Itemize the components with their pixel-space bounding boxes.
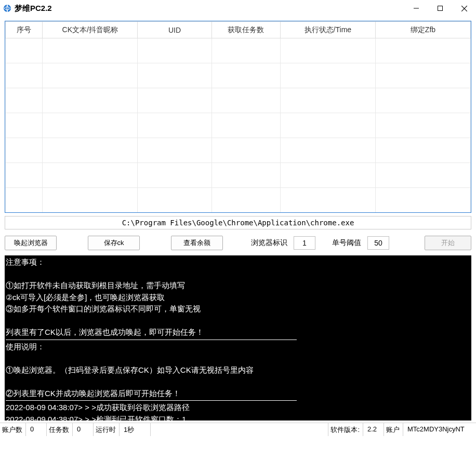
- column-header[interactable]: 绑定Zfb: [375, 22, 470, 38]
- column-header[interactable]: 获取任务数: [211, 22, 280, 38]
- window-title: 梦维PC2.2: [15, 4, 52, 13]
- table-cell: [6, 163, 43, 188]
- table-cell: [138, 88, 211, 113]
- status-accounts-label: 账户数: [0, 423, 26, 436]
- column-header[interactable]: CK文本/抖音昵称: [43, 22, 138, 38]
- log-console: 注意事项： ①如打开软件未自动获取到根目录地址，需手动填写②ck可导入[必须是全…: [5, 255, 471, 421]
- launch-browser-button[interactable]: 唤起浏览器: [5, 236, 57, 250]
- table-row[interactable]: [6, 63, 471, 88]
- table-cell: [211, 88, 280, 113]
- table-cell: [43, 88, 138, 113]
- table-cell: [138, 113, 211, 138]
- table-cell: [138, 138, 211, 163]
- table-cell: [280, 163, 375, 188]
- console-line: [6, 352, 471, 364]
- start-button[interactable]: 开始: [425, 236, 471, 250]
- table-cell: [375, 188, 470, 213]
- table-cell: [6, 38, 43, 63]
- table-row[interactable]: [6, 138, 471, 163]
- table-cell: [138, 63, 211, 88]
- single-threshold-label: 单号阈值: [332, 238, 361, 248]
- table-cell: [280, 188, 375, 213]
- chrome-path-text: C:\Program Files\Google\Chrome\Applicati…: [122, 219, 354, 227]
- window-controls: [404, 0, 476, 17]
- status-tasks-value: 0: [73, 423, 94, 436]
- table-cell: [211, 113, 280, 138]
- table-cell: [375, 63, 470, 88]
- table-cell: [280, 38, 375, 63]
- status-version-label: 软件版本:: [328, 423, 363, 436]
- status-runtime-label: 运行时: [94, 423, 120, 436]
- minimize-button[interactable]: [404, 0, 428, 17]
- close-button[interactable]: [452, 0, 476, 17]
- table-cell: [375, 113, 470, 138]
- console-line: ②列表里有CK并成功唤起浏览器后即可开始任务！: [6, 388, 471, 400]
- table-cell: [43, 188, 138, 213]
- table-cell: [43, 63, 138, 88]
- console-line: 注意事项：: [6, 256, 471, 268]
- table-cell: [280, 88, 375, 113]
- browser-id-input[interactable]: [294, 236, 315, 250]
- status-tasks-label: 任务数: [47, 423, 73, 436]
- status-user-label: 账户: [384, 423, 403, 436]
- table-cell: [375, 138, 470, 163]
- column-header[interactable]: UID: [138, 22, 211, 38]
- status-user-value: MTc2MDY3NjcyNT: [403, 423, 476, 436]
- table-cell: [43, 138, 138, 163]
- check-balance-button[interactable]: 查看余额: [171, 236, 223, 250]
- status-runtime-value: 1秒: [120, 423, 151, 436]
- table-cell: [211, 188, 280, 213]
- table-cell: [6, 188, 43, 213]
- app-icon: [3, 4, 11, 12]
- table-cell: [138, 38, 211, 63]
- svg-rect-2: [438, 6, 443, 11]
- single-threshold-input[interactable]: [367, 236, 389, 250]
- console-line: [6, 268, 471, 280]
- console-divider: [6, 340, 297, 340]
- table-row[interactable]: [6, 113, 471, 138]
- column-header[interactable]: 序号: [6, 22, 43, 38]
- table-cell: [211, 38, 280, 63]
- console-line: [6, 376, 471, 388]
- table-cell: [211, 163, 280, 188]
- table-row[interactable]: [6, 88, 471, 113]
- table-cell: [6, 113, 43, 138]
- chrome-path-display: C:\Program Files\Google\Chrome\Applicati…: [5, 216, 471, 229]
- table-cell: [138, 188, 211, 213]
- table-cell: [375, 38, 470, 63]
- table-cell: [280, 138, 375, 163]
- table-row[interactable]: [6, 188, 471, 213]
- console-line: 使用说明：: [6, 341, 471, 353]
- maximize-button[interactable]: [428, 0, 452, 17]
- table-cell: [6, 138, 43, 163]
- table-cell: [280, 63, 375, 88]
- controls-row: 唤起浏览器 保存ck 查看余额 浏览器标识 单号阈值 开始: [5, 235, 471, 251]
- status-accounts-value: 0: [26, 423, 47, 436]
- minimize-icon: [414, 6, 419, 11]
- table-cell: [6, 63, 43, 88]
- console-line: [6, 315, 471, 327]
- close-icon: [461, 6, 467, 11]
- console-line: ①如打开软件未自动获取到根目录地址，需手动填写: [6, 280, 471, 292]
- table-cell: [211, 63, 280, 88]
- column-header[interactable]: 执行状态/Time: [280, 22, 375, 38]
- table-cell: [280, 113, 375, 138]
- console-line: 2022-08-09 04:38:07> > >检测到已开软件窗口数：1: [6, 414, 471, 421]
- console-line: ③如多开每个软件窗口的浏览器标识不同即可，单窗无视: [6, 303, 471, 315]
- console-divider: [6, 400, 297, 401]
- console-line: ①唤起浏览器。（扫码登录后要点保存CK）如导入CK请无视括号里内容: [6, 364, 471, 376]
- table-cell: [375, 88, 470, 113]
- status-bar: 账户数 0 任务数 0 运行时 1秒 软件版本: 2.2 账户 MTc2MDY3…: [0, 423, 476, 436]
- accounts-table[interactable]: 序号CK文本/抖音昵称UID获取任务数执行状态/Time绑定Zfb: [5, 21, 471, 213]
- console-line: 2022-08-09 04:38:07> > >成功获取到谷歌浏览器路径: [6, 402, 471, 414]
- console-line: 列表里有了CK以后，浏览器也成功唤起，即可开始任务！: [6, 327, 471, 338]
- maximize-icon: [438, 6, 443, 11]
- save-ck-button[interactable]: 保存ck: [88, 236, 140, 250]
- table-cell: [43, 113, 138, 138]
- table-cell: [6, 88, 43, 113]
- table-row[interactable]: [6, 38, 471, 63]
- table-cell: [211, 138, 280, 163]
- table-row[interactable]: [6, 163, 471, 188]
- status-version-value: 2.2: [363, 423, 384, 436]
- table-cell: [375, 163, 470, 188]
